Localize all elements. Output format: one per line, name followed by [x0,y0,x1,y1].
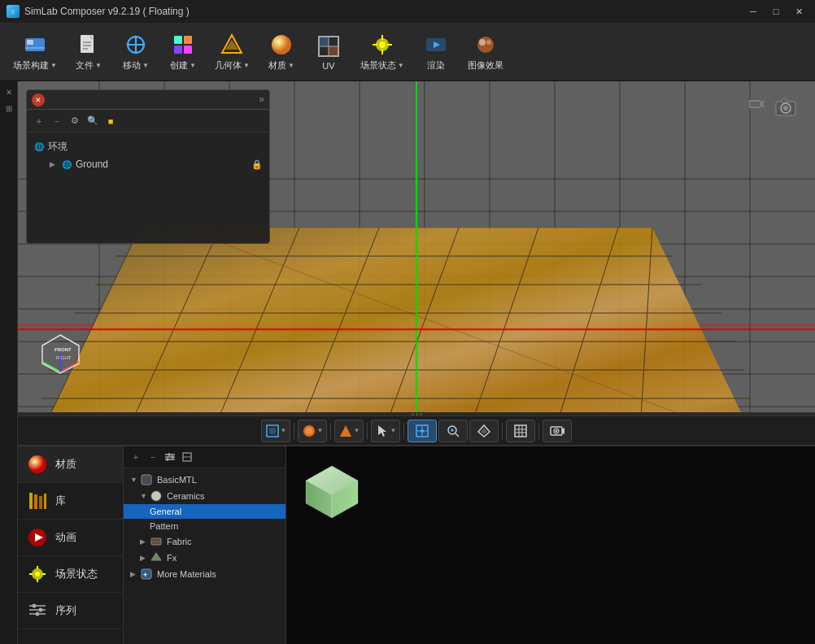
mat-settings-button[interactable] [163,450,177,464]
nav-item-sequence[interactable]: 序列 [18,593,123,629]
geometry-label: 几何体▼ [215,59,250,72]
snap-button[interactable] [408,420,437,442]
nav-item-material[interactable]: 材质 [18,446,123,483]
svg-rect-99 [782,99,787,102]
nav-item-scene-state-bottom[interactable]: 场景状态 [18,556,123,593]
tree-fx[interactable]: ▶ Fx [124,550,285,566]
tree-item-environment[interactable]: 🌐 环境 [27,137,269,156]
tree-general[interactable]: General [124,504,285,519]
svg-marker-100 [750,101,763,107]
svg-rect-135 [29,493,33,509]
mat-settings-button-2[interactable] [180,450,194,464]
move-label: 移动▼ [123,59,149,72]
animation-nav-icon [26,526,49,549]
tree-more-materials[interactable]: ▶ + More Materials [124,566,285,582]
nav-item-library[interactable]: 库 [18,483,123,520]
search-button[interactable]: 🔍 [85,114,100,128]
grid-button[interactable] [506,420,535,442]
camera-view-button[interactable] [543,420,572,442]
main-area: ✕ ⊞ [0,81,815,644]
material-label: 材质▼ [268,59,294,72]
file-icon [76,32,102,58]
mat-add-button[interactable]: + [129,450,143,464]
close-button[interactable]: ✕ [789,4,808,19]
svg-point-162 [151,491,161,501]
scene-tree: 🌐 环境 ▶ 🌐 Ground 🔒 [27,133,269,243]
minimize-button[interactable]: ─ [743,4,763,19]
scene-state-label: 场景状态▼ [360,59,404,72]
panel-close-button[interactable]: ✕ [32,94,45,107]
move-icon [123,32,149,58]
panel-expand-button[interactable]: » [259,94,264,105]
object-mode-button[interactable]: ▼ [298,420,327,442]
tree-fabric[interactable]: ▶ Fabric [124,533,285,550]
sidebar-icon-2[interactable]: ⊞ [2,101,16,115]
menu-item-create[interactable]: 创建▼ [161,28,205,75]
svg-rect-17 [174,46,182,54]
coordinate-cube: FRONT RIGHT [38,331,83,376]
menu-item-move[interactable]: 移动▼ [114,28,158,75]
menu-item-image-effects[interactable]: 图像效果 [461,28,510,75]
scene-icon [22,32,48,58]
surface-button[interactable] [469,420,499,442]
svg-rect-137 [39,496,42,509]
material-nav-icon [26,453,49,476]
create-label: 创建▼ [170,59,196,72]
nav-item-animation[interactable]: 动画 [18,520,123,556]
transform-button[interactable]: ▼ [334,420,364,442]
zoom-button[interactable] [438,420,468,442]
menubar: 场景构建▼ 文件▼ [0,23,815,81]
scene-panel: ✕ » + − ⚙ 🔍 ■ 🌐 环境 ▶ [26,89,270,244]
svg-rect-110 [269,428,276,434]
scene-panel-header: ✕ » [27,90,269,110]
scene-label: 场景构建▼ [13,59,57,72]
svg-line-107 [42,362,60,372]
material-tree-panel: + − [124,446,286,644]
svg-rect-16 [184,36,192,44]
geometry-icon [219,32,245,58]
material-tree-content: ▼ BasicMTL ▼ Ceramics [124,468,285,644]
library-nav-icon [26,490,49,512]
tree-item-ground[interactable]: ▶ 🌐 Ground 🔒 [27,156,269,172]
tree-ceramics[interactable]: ▼ Ceramics [124,488,285,504]
camera-button-1[interactable] [747,94,766,117]
lock-icon: 🔒 [251,159,263,170]
tree-pattern[interactable]: Pattern [124,519,285,533]
maximize-button[interactable]: □ [766,4,786,19]
viewport[interactable]: ✕ » + − ⚙ 🔍 ■ 🌐 环境 ▶ [18,81,815,412]
menu-item-scene[interactable]: 场景构建▼ [7,28,63,75]
menu-item-render[interactable]: 渲染 [414,28,458,75]
globe-icon: 🌐 [33,141,45,153]
svg-point-28 [379,41,386,48]
material-preview-cube [299,459,364,524]
menu-item-uv[interactable]: UV [307,30,351,74]
select-mode-button[interactable]: ▼ [261,420,290,442]
svg-point-142 [35,572,40,577]
tree-basicmtl[interactable]: ▼ BasicMTL [124,472,285,488]
create-icon [170,32,196,58]
cursor-button[interactable]: ▼ [371,420,400,442]
menu-item-geometry[interactable]: 几何体▼ [208,28,256,75]
sequence-nav-icon [26,599,49,622]
menu-item-scene-state[interactable]: 场景状态▼ [354,28,411,75]
render-label: 渲染 [427,59,445,72]
image-effects-icon [473,32,499,58]
nav-label-animation: 动画 [55,530,76,545]
svg-text:RIGHT: RIGHT [56,355,72,360]
remove-button[interactable]: − [50,114,64,128]
camera-button-2[interactable] [773,94,799,120]
sidebar-icon-1[interactable]: ✕ [2,85,16,99]
menu-item-file[interactable]: 文件▼ [67,28,111,75]
settings-button[interactable]: ⚙ [68,114,82,128]
tree-arrow: ▶ [50,160,58,168]
svg-rect-18 [184,46,192,54]
mat-remove-button[interactable]: − [146,450,160,464]
color-button[interactable]: ■ [103,114,118,128]
titlebar: S SimLab Composer v9.2.19 ( Floating ) ─… [0,0,815,23]
menu-item-material[interactable]: 材质▼ [259,28,303,75]
svg-rect-156 [168,453,170,456]
add-button[interactable]: + [32,114,46,128]
title-area: S SimLab Composer v9.2.19 ( Floating ) [7,5,190,18]
content-area: ✕ » + − ⚙ 🔍 ■ 🌐 环境 ▶ [18,81,815,644]
svg-point-134 [28,455,46,473]
